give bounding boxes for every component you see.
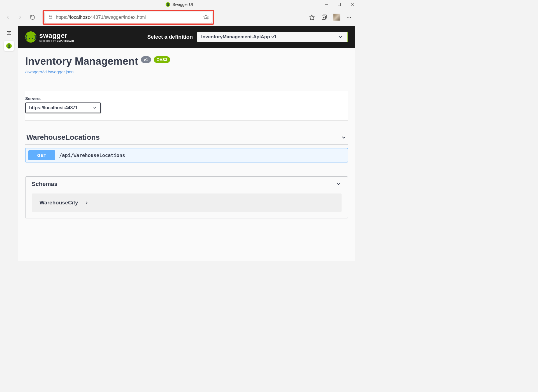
window-minimize-button[interactable] bbox=[320, 0, 333, 9]
window-maximize-button[interactable] bbox=[333, 0, 346, 9]
favorite-icon[interactable] bbox=[203, 14, 209, 21]
browser-toolbar: https://localhost:44371/swagger/index.ht… bbox=[0, 9, 359, 26]
toolbar-separator bbox=[303, 14, 303, 21]
swagger-logo-text: swagger bbox=[39, 32, 74, 39]
chevron-right-icon bbox=[84, 200, 89, 205]
version-badge: v1 bbox=[141, 56, 151, 63]
svg-rect-4 bbox=[49, 17, 52, 18]
server-select[interactable]: https://localhost:44371 bbox=[25, 102, 101, 113]
tag-name: WarehouseLocations bbox=[26, 133, 100, 142]
server-selected: https://localhost:44371 bbox=[29, 105, 78, 110]
window-title: Swagger UI bbox=[172, 2, 193, 7]
chevron-down-icon bbox=[335, 181, 342, 187]
tab-manager-button[interactable] bbox=[4, 28, 14, 38]
svg-rect-17 bbox=[7, 31, 11, 35]
favorites-button[interactable] bbox=[307, 12, 317, 23]
collections-button[interactable] bbox=[319, 12, 330, 23]
plus-icon: ＋ bbox=[6, 55, 12, 63]
avatar-icon bbox=[333, 14, 340, 21]
definition-label: Select a definition bbox=[147, 34, 193, 40]
swagger-logo-icon: {..} bbox=[25, 31, 36, 43]
api-title: Inventory Management v1 OAS3 bbox=[25, 55, 348, 67]
nav-forward-button[interactable] bbox=[15, 12, 26, 23]
vertical-tab-swagger[interactable]: {} bbox=[4, 41, 14, 51]
address-url: https://localhost:44371/swagger/index.ht… bbox=[56, 15, 200, 20]
swagger-favicon-icon: {} bbox=[166, 2, 170, 7]
operation-row[interactable]: GET /api/WarehouseLocations bbox=[25, 148, 348, 162]
schema-item[interactable]: WarehouseCity bbox=[32, 193, 342, 212]
schemas-title: Schemas bbox=[32, 181, 57, 187]
swagger-logo-subtext: Supported by SMARTBEAR bbox=[39, 39, 74, 42]
method-badge: GET bbox=[28, 150, 55, 160]
swagger-favicon-icon: {} bbox=[6, 43, 12, 49]
swagger-topbar: {..} swagger Supported by SMARTBEAR Sele… bbox=[18, 26, 355, 48]
nav-back-button[interactable] bbox=[2, 12, 13, 23]
window-titlebar: {} Swagger UI bbox=[0, 0, 359, 9]
new-tab-button[interactable]: ＋ bbox=[4, 54, 14, 64]
svg-rect-1 bbox=[338, 3, 341, 6]
profile-button[interactable] bbox=[331, 12, 342, 23]
definition-select[interactable]: InventoryManagement.ApiApp v1 bbox=[197, 32, 348, 42]
schemas-section: Schemas WarehouseCity bbox=[25, 176, 348, 218]
oas-badge: OAS3 bbox=[154, 56, 170, 63]
svg-point-14 bbox=[347, 17, 348, 18]
svg-marker-9 bbox=[309, 15, 314, 20]
chevron-down-icon bbox=[337, 34, 344, 40]
operation-path: /api/WarehouseLocations bbox=[59, 153, 125, 158]
nav-refresh-button[interactable] bbox=[27, 12, 38, 23]
definition-selected: InventoryManagement.ApiApp v1 bbox=[201, 34, 277, 40]
spec-link[interactable]: /swagger/v1/swagger.json bbox=[25, 69, 74, 74]
address-bar[interactable]: https://localhost:44371/swagger/index.ht… bbox=[44, 12, 212, 23]
chevron-down-icon bbox=[341, 134, 347, 141]
vertical-tabs: {} ＋ bbox=[0, 26, 18, 261]
tag-header[interactable]: WarehouseLocations bbox=[25, 131, 348, 145]
svg-point-15 bbox=[349, 17, 349, 18]
chevron-down-icon bbox=[92, 106, 97, 110]
swagger-logo: {..} swagger Supported by SMARTBEAR bbox=[25, 31, 74, 43]
lock-icon bbox=[48, 14, 53, 20]
page-content: {..} swagger Supported by SMARTBEAR Sele… bbox=[18, 26, 355, 261]
schemas-header[interactable]: Schemas bbox=[25, 177, 348, 191]
schema-name: WarehouseCity bbox=[40, 200, 78, 206]
svg-point-16 bbox=[350, 17, 351, 18]
more-button[interactable] bbox=[344, 12, 354, 23]
servers-label: Servers bbox=[25, 96, 348, 101]
window-close-button[interactable] bbox=[346, 0, 359, 9]
